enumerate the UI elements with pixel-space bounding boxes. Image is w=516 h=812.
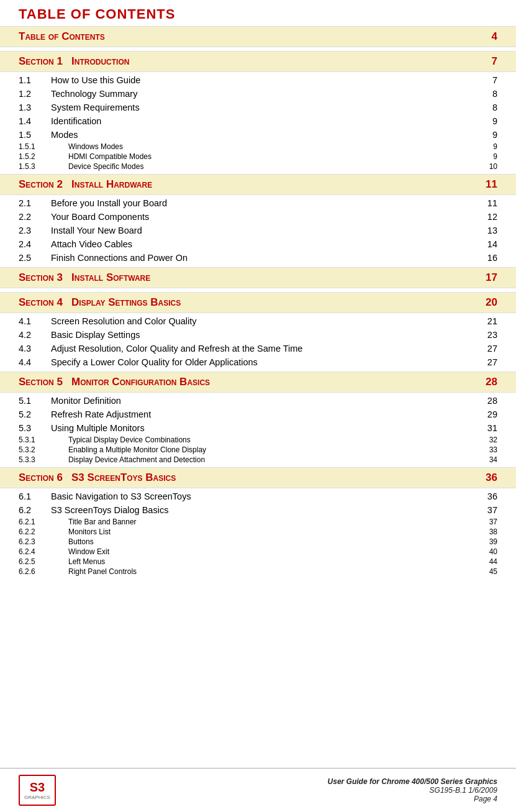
- page-title: TABLE OF CONTENTS: [19, 6, 497, 22]
- footer-info: User Guide for Chrome 400/500 Series Gra…: [328, 777, 497, 803]
- toc-entry-4-4: 4.4Specify a Lower Color Quality for Old…: [0, 355, 516, 369]
- section4-page: 20: [486, 296, 497, 309]
- toc-entry-2-1: 2.1Before you Install your Board 11: [0, 196, 516, 210]
- toc-entry-6-1: 6.1Basic Navigation to S3 ScreenToys 36: [0, 490, 516, 503]
- section5-label: Section 5 Monitor Configuration Basics: [19, 376, 210, 388]
- section2-page: 11: [486, 178, 497, 191]
- footer: S3 GRAPHICS User Guide for Chrome 400/50…: [0, 768, 516, 812]
- toc-entry-6-2: 6.2S3 ScreenToys Dialog Basics 37: [0, 503, 516, 517]
- section4-label: Section 4 Display Settings Basics: [19, 296, 181, 309]
- toc-entry-5-3: 5.3Using Multiple Monitors 31: [0, 421, 516, 435]
- toc-sub-entry-6-2-6: 6.2.6Right Panel Controls 45: [0, 567, 516, 577]
- toc-entry-1-3: 1.3System Requirements 8: [0, 101, 516, 114]
- toc-sub-entry-5-3-3: 5.3.3Display Device Attachment and Detec…: [0, 455, 516, 465]
- toc-header-page: 4: [492, 30, 497, 43]
- footer-title: User Guide for Chrome 400/500 Series Gra…: [328, 777, 497, 786]
- toc-sub-entry-6-2-5: 6.2.5Left Menus 44: [0, 557, 516, 567]
- section5-page: 28: [486, 376, 497, 388]
- toc-entry-2-2: 2.2Your Board Components 12: [0, 210, 516, 224]
- section1-header: Section 1 Introduction 7: [0, 51, 516, 72]
- toc-sub-entry-6-2-3: 6.2.3Buttons 39: [0, 537, 516, 547]
- section1-page: 7: [492, 55, 497, 68]
- logo-s3-text: S3: [30, 780, 45, 795]
- toc-sub-entry-1-5-3: 1.5.3Device Specific Modes 10: [0, 162, 516, 171]
- logo-graphics-text: GRAPHICS: [24, 795, 50, 800]
- toc-sub-entry-1-5-1: 1.5.1Windows Modes 9: [0, 142, 516, 152]
- section5-header: Section 5 Monitor Configuration Basics 2…: [0, 372, 516, 393]
- toc-sub-entry-6-2-4: 6.2.4Window Exit 40: [0, 547, 516, 557]
- toc-header-label: Table of Contents: [19, 30, 105, 43]
- toc-sub-entry-6-2-1: 6.2.1Title Bar and Banner 37: [0, 517, 516, 527]
- footer-version: SG195-B.1 1/6/2009: [328, 786, 497, 795]
- toc-header-row: Table of Contents 4: [0, 26, 516, 47]
- section1-label: Section 1 Introduction: [19, 55, 129, 68]
- toc-entry-1-5: 1.5Modes 9: [0, 128, 516, 142]
- section4-header: Section 4 Display Settings Basics 20: [0, 292, 516, 313]
- page: TABLE OF CONTENTS Table of Contents 4 Se…: [0, 0, 516, 812]
- section2-label: Section 2 Install Hardware: [19, 178, 152, 191]
- toc-entry-2-3: 2.3Install Your New Board 13: [0, 224, 516, 237]
- footer-page: Page 4: [328, 795, 497, 803]
- toc-entry-2-4: 2.4Attach Video Cables 14: [0, 237, 516, 251]
- section3-page: 17: [486, 271, 497, 284]
- section6-page: 36: [486, 472, 497, 484]
- toc-sub-entry-1-5-2: 1.5.2HDMI Compatible Modes 9: [0, 152, 516, 162]
- toc-entry-4-1: 4.1Screen Resolution and Color Quality 2…: [0, 314, 516, 328]
- toc-entry-5-1: 5.1Monitor Definition 28: [0, 394, 516, 408]
- toc-entry-1-2: 1.2Technology Summary 8: [0, 87, 516, 101]
- section6-label: Section 6 S3 ScreenToys Basics: [19, 472, 176, 484]
- toc-entry-2-5: 2.5Finish Connections and Power On 16: [0, 251, 516, 265]
- toc-entry-1-1: 1.1How to Use this Guide 7: [0, 73, 516, 87]
- toc-entry-4-3: 4.3Adjust Resolution, Color Quality and …: [0, 342, 516, 355]
- toc-entry-5-2: 5.2Refresh Rate Adjustment 29: [0, 408, 516, 421]
- section2-header: Section 2 Install Hardware 11: [0, 174, 516, 195]
- page-title-bar: TABLE OF CONTENTS: [0, 0, 516, 26]
- s3-logo: S3 GRAPHICS: [19, 775, 56, 806]
- section6-header: Section 6 S3 ScreenToys Basics 36: [0, 467, 516, 488]
- toc-entry-1-4: 1.4Identification 9: [0, 114, 516, 128]
- section3-label: Section 3 Install Software: [19, 271, 150, 284]
- toc-sub-entry-5-3-1: 5.3.1Typical Display Device Combinations…: [0, 435, 516, 445]
- toc-entry-4-2: 4.2Basic Display Settings 23: [0, 328, 516, 342]
- toc-sub-entry-6-2-2: 6.2.2Monitors List 38: [0, 527, 516, 537]
- section3-header: Section 3 Install Software 17: [0, 267, 516, 288]
- toc-sub-entry-5-3-2: 5.3.2Enabling a Multiple Monitor Clone D…: [0, 445, 516, 455]
